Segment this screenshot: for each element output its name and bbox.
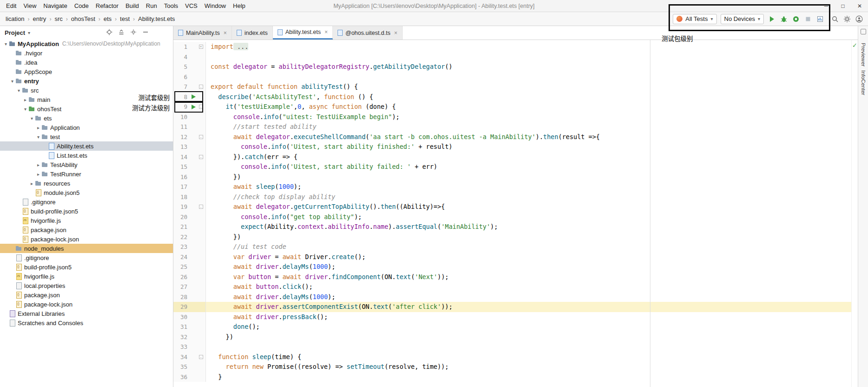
tab-ability.test.ets[interactable]: Ability.test.ets×	[273, 26, 333, 40]
menu-code[interactable]: Code	[71, 1, 92, 11]
maximize-button[interactable]: □	[835, 0, 851, 12]
code-line-27[interactable]: 27 await button.click();	[173, 282, 858, 292]
code-line-20[interactable]: 20 console.info("get top ability");	[173, 212, 858, 222]
tree-item-package-lock.json[interactable]: package-lock.json	[0, 234, 173, 244]
menu-window[interactable]: Window	[201, 1, 229, 11]
code-line-28[interactable]: 28 await driver.delayMs(1000);	[173, 292, 858, 302]
tree-item-.idea[interactable]: .idea	[0, 58, 173, 67]
fold-toggle-icon[interactable]: -	[198, 205, 204, 209]
profiler-button[interactable]	[816, 15, 824, 23]
tree-item-.hvigor[interactable]: .hvigor	[0, 48, 173, 58]
tab-mainability.ts[interactable]: MainAbility.ts×	[173, 26, 232, 40]
tree-item-entry[interactable]: ▾entry	[0, 76, 173, 86]
code-line-30[interactable]: 30 await driver.pressBack();	[173, 312, 858, 322]
tree-expand-arrow-icon[interactable]: ▸	[22, 97, 28, 102]
run-test-gutter-icon[interactable]	[189, 94, 198, 99]
code-line-34[interactable]: 34- function sleep(time) {	[173, 352, 858, 362]
tab-@ohos.uitest.d.ts[interactable]: @ohos.uitest.d.ts×	[333, 26, 403, 40]
tree-item-build-profile.json5[interactable]: build-profile.json5	[0, 207, 173, 216]
code-line-29[interactable]: 29 await driver.assertComponentExist(ON.…	[173, 302, 858, 312]
tree-collapse-arrow-icon[interactable]: ▾	[29, 116, 35, 121]
menu-help[interactable]: Help	[230, 1, 249, 11]
tree-expand-arrow-icon[interactable]: ▸	[35, 172, 41, 177]
menu-vcs[interactable]: VCS	[182, 1, 201, 11]
code-line-36[interactable]: 36 }	[173, 372, 858, 382]
tree-collapse-arrow-icon[interactable]: ▾	[16, 88, 22, 93]
debug-button[interactable]	[780, 15, 788, 23]
tree-collapse-arrow-icon[interactable]: ▾	[3, 41, 9, 47]
code-line-19[interactable]: 19- await delegator.getCurrentTopAbility…	[173, 202, 858, 212]
tree-expand-arrow-icon[interactable]: ▸	[29, 181, 35, 186]
fold-toggle-icon[interactable]: -	[198, 85, 204, 89]
code-line-25[interactable]: 25 await driver.delayMs(1000);	[173, 262, 858, 272]
code-area[interactable]: 1+import ...45const delegator = abilityD…	[173, 40, 858, 387]
code-line-11[interactable]: 11 //start tested ability	[173, 122, 858, 132]
close-icon[interactable]: ×	[325, 29, 328, 35]
tree-item-external-libraries[interactable]: External Libraries	[0, 309, 173, 318]
menu-tools[interactable]: Tools	[161, 1, 181, 11]
run-test-gutter-icon[interactable]	[189, 105, 198, 109]
locate-file-icon[interactable]	[106, 29, 113, 37]
fold-toggle-icon[interactable]: -	[198, 155, 204, 159]
tree-item-package-lock.json[interactable]: package-lock.json	[0, 300, 173, 309]
close-icon[interactable]: ×	[394, 30, 398, 36]
tree-item-build-profile.json5[interactable]: build-profile.json5	[0, 262, 173, 272]
tree-item-node_modules[interactable]: node_modules	[0, 244, 173, 253]
fold-toggle-icon[interactable]: -	[198, 135, 204, 139]
close-icon[interactable]: ×	[224, 30, 227, 36]
tree-item-testability[interactable]: ▸TestAbility	[0, 160, 173, 169]
tree-expand-arrow-icon[interactable]: ▸	[35, 125, 41, 130]
fold-toggle-icon[interactable]: -	[198, 355, 204, 359]
tree-collapse-arrow-icon[interactable]: ▾	[9, 79, 15, 84]
collapse-all-icon[interactable]	[118, 29, 125, 37]
run-button[interactable]	[768, 15, 776, 23]
stop-button[interactable]	[804, 15, 812, 23]
menu-run[interactable]: Run	[143, 1, 160, 11]
menu-build[interactable]: Build	[122, 1, 142, 11]
minimize-button[interactable]: ─	[818, 0, 835, 12]
tool-window-button-previewer[interactable]: Previewer	[861, 41, 866, 68]
tree-collapse-arrow-icon[interactable]: ▾	[22, 107, 28, 112]
tree-item-.gitignore[interactable]: .gitignore	[0, 253, 173, 262]
code-line-1[interactable]: 1+import ...	[173, 42, 858, 52]
close-button[interactable]: ✕	[851, 0, 868, 12]
menu-navigate[interactable]: Navigate	[40, 1, 70, 11]
breadcrumb-item-src[interactable]: src	[53, 15, 63, 23]
code-line-14[interactable]: 14- }).catch(err => {	[173, 152, 858, 162]
code-line-35[interactable]: 35 return new Promise((resolve) => setTi…	[173, 362, 858, 372]
breadcrumb-item-ability.test.ets[interactable]: Ability.test.ets	[137, 15, 176, 23]
code-line-33[interactable]: 33	[173, 342, 858, 352]
device-select[interactable]: No Devices ▾	[721, 14, 764, 24]
tree-item-package.json[interactable]: package.json	[0, 225, 173, 234]
search-everywhere-button[interactable]	[831, 15, 839, 23]
code-line-4[interactable]: 4	[173, 52, 858, 62]
code-line-26[interactable]: 26 var button = await driver.findCompone…	[173, 272, 858, 282]
tree-item-scratches-and-consoles[interactable]: Scratches and Consoles	[0, 318, 173, 327]
code-line-7[interactable]: 7-export default function abilityTest() …	[173, 82, 858, 92]
code-line-12[interactable]: 12- await delegator.executeShellCommand(…	[173, 132, 858, 142]
code-line-8[interactable]: 8 describe('ActsAbilityTest', function (…	[173, 92, 858, 102]
tree-item-src[interactable]: ▾src	[0, 86, 173, 95]
code-line-32[interactable]: 32 })	[173, 332, 858, 342]
breadcrumb-item-lication[interactable]: lication	[5, 15, 25, 23]
tree-item-package.json[interactable]: package.json	[0, 290, 173, 300]
panel-settings-gear-icon[interactable]	[130, 29, 137, 37]
breadcrumb-item-test[interactable]: test	[119, 15, 131, 23]
tree-item-test[interactable]: ▾test	[0, 132, 173, 141]
code-line-18[interactable]: 18 //check top display ability	[173, 192, 858, 202]
tree-expand-arrow-icon[interactable]: ▸	[35, 162, 41, 167]
code-line-13[interactable]: 13 console.info('Uitest, start ability f…	[173, 142, 858, 152]
tree-item-resources[interactable]: ▸resources	[0, 179, 173, 188]
code-line-21[interactable]: 21 expect(Ability.context.abilityInfo.na…	[173, 222, 858, 232]
account-avatar-icon[interactable]	[855, 15, 863, 23]
tree-item-myapplication[interactable]: ▾MyApplicationC:\Users\lenovo\Desktop\My…	[0, 39, 173, 48]
menu-view[interactable]: View	[20, 1, 40, 11]
code-line-5[interactable]: 5const delegator = abilityDelegatorRegis…	[173, 62, 858, 72]
code-line-17[interactable]: 17 await sleep(1000);	[173, 182, 858, 192]
code-line-15[interactable]: 15 console.info('Uitest, start ability f…	[173, 162, 858, 172]
tree-item-module.json5[interactable]: module.json5	[0, 188, 173, 197]
code-line-6[interactable]: 6	[173, 72, 858, 82]
inspection-scrollbar-stripe[interactable]: ✓	[851, 40, 858, 387]
tree-item-ability.test.ets[interactable]: Ability.test.ets	[0, 141, 173, 151]
tree-item-main[interactable]: ▸main	[0, 95, 173, 104]
